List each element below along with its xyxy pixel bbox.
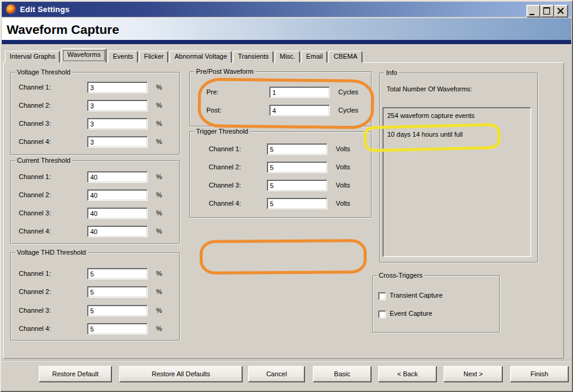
tab-events[interactable]: Events	[108, 51, 138, 63]
unit-label: %	[156, 100, 162, 111]
channel-label: Channel 2:	[19, 100, 51, 111]
waveform-info-list[interactable]: 254 waveform capture events 10 days 14 h…	[382, 107, 531, 257]
group-title: Current Threshold	[15, 157, 72, 164]
total-waveforms-label: Total Number Of Waveforms:	[387, 85, 472, 93]
list-item: 10 days 14 hours until full	[387, 131, 463, 138]
unit-label: Volts	[336, 143, 350, 155]
tab-misc[interactable]: Misc.	[275, 51, 300, 63]
unit-label: %	[156, 118, 162, 129]
back-button[interactable]: < Back	[378, 366, 437, 382]
channel-label: Channel 1:	[19, 171, 51, 183]
voltage-thd-channel-4-input[interactable]	[87, 323, 148, 335]
channel-label: Channel 4:	[19, 323, 51, 335]
group-title: Voltage Threshold	[15, 68, 72, 76]
group-title: Info	[384, 69, 399, 76]
current-threshold-channel-2-input[interactable]	[87, 189, 148, 201]
maximize-button[interactable]	[540, 5, 554, 18]
info-group: Info Total Number Of Waveforms: 254 wave…	[379, 73, 538, 263]
channel-label: Channel 2:	[19, 286, 51, 298]
event-capture-checkbox[interactable]	[378, 310, 386, 318]
channel-row: Channel 4: %	[11, 226, 179, 238]
channel-label: Channel 2:	[209, 162, 241, 173]
channel-row: Channel 2: %	[11, 286, 179, 298]
channel-label: Channel 3:	[19, 305, 51, 316]
event-capture-label: Event Capture	[390, 310, 432, 317]
unit-label: %	[156, 286, 162, 298]
window-title: Edit Settings	[20, 5, 70, 14]
post-row: Post: Cycles	[190, 105, 371, 117]
button-bar-divider	[1, 360, 572, 361]
edit-settings-dialog: Edit Settings Waveform Capture Interval …	[0, 0, 573, 392]
voltage-threshold-channel-3-input[interactable]	[87, 118, 148, 129]
cross-triggers-group: Cross-Triggers Transient Capture Event C…	[372, 275, 500, 333]
channel-row: Channel 3: %	[11, 305, 179, 317]
tab-transients[interactable]: Transients	[233, 51, 273, 63]
tab-waveforms[interactable]: Waveforms	[61, 48, 106, 63]
app-icon	[6, 4, 16, 15]
channel-row: Channel 2: %	[11, 100, 179, 112]
page-header: Waveform Capture	[2, 18, 571, 41]
channel-row: Channel 1: %	[11, 171, 179, 183]
group-title: Voltage THD Threshold	[15, 249, 88, 256]
channel-label: Channel 2:	[19, 189, 51, 201]
cancel-button[interactable]: Cancel	[248, 366, 305, 382]
channel-row: Channel 4: %	[11, 136, 179, 148]
post-cycles-input[interactable]	[269, 105, 330, 116]
pre-cycles-input[interactable]	[269, 87, 330, 98]
trigger-channel-2-input[interactable]	[267, 162, 327, 173]
post-label: Post:	[206, 105, 221, 116]
group-title: Cross-Triggers	[377, 272, 424, 279]
channel-row: Channel 4: Volts	[190, 198, 371, 210]
voltage-threshold-channel-1-input[interactable]	[87, 82, 148, 93]
tab-flicker[interactable]: Flicker	[139, 51, 168, 63]
current-threshold-channel-1-input[interactable]	[87, 171, 148, 183]
current-threshold-group: Current Threshold Channel 1: % Channel 2…	[10, 160, 180, 244]
tab-interval-graphs[interactable]: Interval Graphs	[5, 51, 60, 63]
unit-label: Volts	[336, 162, 350, 173]
transient-capture-checkbox[interactable]	[378, 292, 386, 300]
next-button[interactable]: Next >	[444, 366, 503, 382]
tab-email[interactable]: Email	[301, 51, 328, 63]
channel-label: Channel 4:	[209, 198, 241, 209]
close-button[interactable]	[554, 5, 568, 18]
channel-row: Channel 1: Volts	[190, 143, 371, 155]
channel-row: Channel 3: %	[11, 207, 179, 220]
page-title: Waveform Capture	[7, 22, 119, 37]
finish-button[interactable]: Finish	[510, 366, 569, 382]
restore-all-defaults-button[interactable]: Restore All Defaults	[119, 366, 243, 382]
current-threshold-channel-3-input[interactable]	[87, 207, 148, 219]
basic-button[interactable]: Basic	[313, 366, 372, 382]
unit-label: %	[156, 207, 162, 219]
channel-row: Channel 4: %	[11, 323, 179, 335]
minimize-button[interactable]	[526, 5, 540, 18]
channel-label: Channel 4:	[19, 136, 51, 148]
trigger-channel-4-input[interactable]	[267, 198, 327, 209]
header-stripe	[2, 40, 571, 44]
voltage-thd-channel-1-input[interactable]	[87, 268, 148, 279]
channel-label: Channel 1:	[209, 143, 241, 155]
trigger-channel-1-input[interactable]	[267, 143, 327, 155]
trigger-channel-3-input[interactable]	[267, 180, 327, 191]
list-item: 254 waveform capture events	[387, 112, 474, 119]
group-title: Trigger Threshold	[194, 128, 250, 135]
channel-row: Channel 1: %	[11, 268, 179, 280]
channel-label: Channel 3:	[19, 118, 51, 129]
tab-strip: Interval Graphs Waveforms Events Flicker…	[5, 50, 364, 63]
tab-cbema[interactable]: CBEMA	[329, 51, 362, 63]
channel-label: Channel 1:	[19, 82, 51, 93]
channel-label: Channel 3:	[209, 180, 241, 191]
voltage-threshold-channel-2-input[interactable]	[87, 100, 148, 111]
unit-label: %	[156, 323, 162, 335]
restore-default-button[interactable]: Restore Default	[39, 366, 112, 382]
voltage-thd-threshold-group: Voltage THD Threshold Channel 1: % Chann…	[10, 252, 180, 341]
tab-abnormal-voltage[interactable]: Abnormal Voltage	[169, 51, 232, 63]
pre-row: Pre: Cycles	[190, 87, 371, 99]
unit-label: %	[156, 268, 162, 279]
channel-label: Channel 3:	[19, 207, 51, 219]
voltage-thd-channel-2-input[interactable]	[87, 286, 148, 298]
voltage-threshold-channel-4-input[interactable]	[87, 136, 148, 148]
unit-label: %	[156, 136, 162, 148]
unit-label: Cycles	[338, 87, 358, 98]
current-threshold-channel-4-input[interactable]	[87, 226, 148, 237]
voltage-thd-channel-3-input[interactable]	[87, 305, 148, 316]
